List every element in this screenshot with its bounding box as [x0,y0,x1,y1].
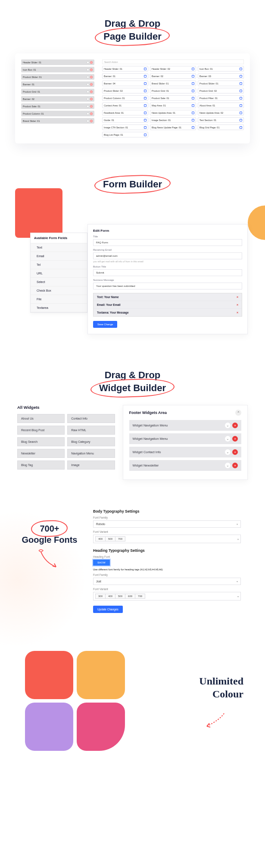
addon-chip[interactable]: Product Grid: 02 [198,88,244,93]
addon-chip[interactable]: Contact Area: 01 [102,103,148,108]
body-variant-select[interactable]: 400500700▾ [93,535,241,543]
widget-button[interactable]: Contact Info [67,414,115,423]
input-email[interactable]: admin@email.com [93,252,242,259]
addon-chip[interactable]: Banner: 04 [102,81,148,86]
addon-chip[interactable]: News Update Area: 01 [150,110,196,115]
variant-pill[interactable]: 400 [95,536,106,541]
delete-icon[interactable]: × [232,423,238,428]
variant-pill[interactable]: 500 [106,536,115,541]
addon-chip[interactable]: Brand Slider: 01 [150,81,196,86]
addon-chip[interactable]: Map Area: 01 [150,103,196,108]
sortable-item[interactable]: Product Grid: 01 [21,89,94,94]
save-change-button[interactable]: Save Change [93,321,117,328]
form-field-item[interactable]: Tel [31,261,87,269]
addon-chip[interactable]: Image Section: 01 [150,117,196,123]
widget-button[interactable]: About Us [17,414,65,423]
heading-variant-select[interactable]: 300400500600700▾ [93,592,241,600]
heading-family-select[interactable]: Jost▾ [93,578,241,585]
sortable-item[interactable]: Banner: 02 [21,96,94,102]
form-field-item[interactable]: Text [31,243,87,252]
input-title[interactable]: FAQ Form [93,239,242,246]
widget-row[interactable]: Widget Navigation Menu⌄× [129,433,241,444]
body-family-select[interactable]: Roboto▾ [93,520,241,528]
form-field-item[interactable]: Select [31,278,87,286]
sortable-item[interactable]: Header Slider: 01 [21,59,94,65]
widget-row[interactable]: Widget Navigation Menu⌄× [129,420,241,431]
input-btn[interactable]: Submit [93,269,242,276]
widget-button[interactable]: Recent Blog Post [17,426,65,435]
widget-button[interactable]: Raw HTML [67,426,115,435]
show-button[interactable]: SHOW [93,560,110,566]
form-field-item[interactable]: File [31,295,87,304]
copy-icon [192,90,194,92]
addon-chip[interactable]: Product Slider: 02 [102,88,148,93]
form-field-item[interactable]: Check Box [31,286,87,295]
sortable-item[interactable]: Icon Box: 01 [21,67,94,72]
addon-search-input[interactable]: Search Addon [102,59,244,64]
widget-button[interactable]: Newsletter [17,449,65,458]
addon-chip[interactable]: Blog Grid Page: 01 [198,124,244,130]
form-field-item[interactable]: Textarea [31,304,87,312]
delete-icon[interactable]: × [237,296,238,299]
addon-chip[interactable]: Product Sale: 01 [150,95,196,101]
sortable-item[interactable]: Banner: 01 [21,81,94,87]
addon-chip[interactable]: Image CTA Section: 01 [102,124,148,130]
widget-button[interactable]: Navigation Menu [67,449,115,458]
delete-icon[interactable]: × [237,311,238,314]
addon-chip[interactable]: About Area: 01 [198,103,244,108]
addon-chip[interactable]: Feedback Area: 01 [102,110,148,115]
addon-chip[interactable]: Banner: 03 [198,73,244,79]
chevron-down-icon[interactable]: ⌄ [225,463,231,468]
addon-chip[interactable]: Guide: 01 [102,117,148,123]
variant-pill[interactable]: 700 [115,536,125,541]
copy-icon [192,119,194,121]
sortable-item[interactable]: Product Sale: 01 [21,103,94,109]
addon-chip[interactable]: Banner: 01 [102,73,148,79]
delete-icon[interactable]: × [232,463,238,468]
delete-icon[interactable]: × [232,436,238,442]
addon-chip[interactable]: Text Section: 01 [198,117,244,123]
input-success[interactable]: Your question has been submitted [93,283,242,289]
variant-pill[interactable]: 400 [106,594,115,599]
addon-chip[interactable]: Blog News Update Page: 01 [150,124,196,130]
form-field-row[interactable]: Textarea: Your Message× [94,309,242,316]
update-changes-button[interactable]: Update Changes [93,606,123,613]
chevron-down-icon[interactable]: ⌄ [225,449,231,455]
addon-chip[interactable]: Header Slider: 01 [102,66,148,72]
widget-row[interactable]: Widget Newsletter⌄× [129,460,241,471]
addon-chip[interactable]: Product Column: 01 [102,95,148,101]
swatch-magenta [77,703,125,751]
addon-chip[interactable]: Product Slider: 01 [198,81,244,86]
addon-chip[interactable]: Icon Box: 01 [198,66,244,72]
addon-chip[interactable]: Banner: 02 [150,73,196,79]
addon-chip[interactable]: News Update Area: 02 [198,110,244,115]
widget-button[interactable]: Blog Tag [17,460,65,470]
sortable-item[interactable]: Product Slider: 01 [21,74,94,80]
widget-button[interactable]: Blog Category [67,437,115,446]
addon-chip[interactable]: Header Slider: 02 [150,66,196,72]
variant-pill[interactable]: 500 [115,594,125,599]
collapse-icon[interactable]: ⌃ [235,410,241,416]
variant-pill[interactable]: 300 [95,594,106,599]
form-field-item[interactable]: Email [31,252,87,261]
wb-title-1: Drag & Drop [105,370,161,380]
delete-icon[interactable]: × [232,449,238,455]
variant-pill[interactable]: 600 [125,594,135,599]
sortable-item[interactable]: Brand Slider: 01 [21,118,94,124]
widget-button[interactable]: Blog Search [17,437,65,446]
form-field-row[interactable]: Email: Your Email× [94,301,242,309]
widget-button[interactable]: Image [67,460,115,470]
sortable-item[interactable]: Product Column: 01 [21,111,94,116]
chevron-down-icon[interactable]: ⌄ [225,436,231,442]
caret-icon: ▾ [237,595,239,598]
form-field-item[interactable]: URL [31,269,87,278]
copy-icon [192,82,194,85]
addon-chip[interactable]: Product Grid: 01 [150,88,196,93]
widget-row[interactable]: Widget Contact Info⌄× [129,447,241,457]
form-field-row[interactable]: Text: Your Name× [94,293,242,301]
addon-chip[interactable]: Product Filter: 01 [198,95,244,101]
addon-chip[interactable]: Blog List Page: 01 [102,132,148,137]
chevron-down-icon[interactable]: ⌄ [225,423,231,428]
variant-pill[interactable]: 700 [135,594,145,599]
delete-icon[interactable]: × [237,303,238,306]
